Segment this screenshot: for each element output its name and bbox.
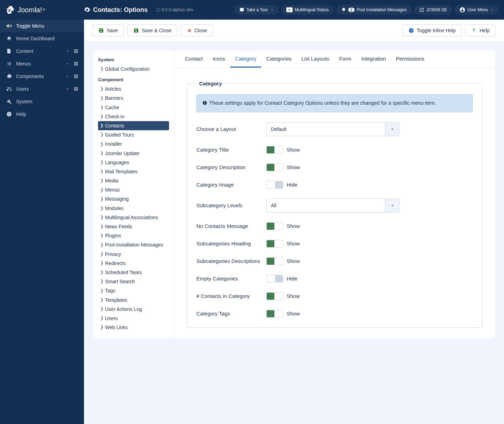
config-link-cache[interactable]: ❯Cache xyxy=(98,103,169,112)
tab-category[interactable]: Category xyxy=(230,51,261,68)
chevron-right-icon: ❯ xyxy=(100,141,104,147)
config-link-installer[interactable]: ❯Installer xyxy=(98,139,169,148)
field-label: Subcategories Descriptions xyxy=(196,258,266,264)
config-link-languages[interactable]: ❯Languages xyxy=(98,158,169,167)
config-link-web-links[interactable]: ❯Web Links xyxy=(98,323,169,332)
config-link-guided-tours[interactable]: ❯Guided Tours xyxy=(98,130,169,139)
chevron-right-icon: ❯ xyxy=(100,196,104,202)
tab-categories[interactable]: Categories xyxy=(261,51,296,68)
chevron-right-icon: ❯ xyxy=(100,270,104,275)
empty-cat-toggle[interactable] xyxy=(266,275,283,283)
config-link-menus[interactable]: ❯Menus xyxy=(98,185,169,194)
top-buttons: Take a Tour A Multilingual Status 2 Post… xyxy=(234,5,498,15)
config-link-media[interactable]: ❯Media xyxy=(98,176,169,185)
config-link-banners[interactable]: ❯Banners xyxy=(98,93,169,103)
tab-permissions[interactable]: Permissions xyxy=(391,51,429,68)
config-link-scheduled-tasks[interactable]: ❯Scheduled Tasks xyxy=(98,268,169,277)
config-link-joomla-update[interactable]: ❯Joomla! Update xyxy=(98,149,169,158)
tab-icons[interactable]: Icons xyxy=(208,51,230,68)
joomla-small-icon xyxy=(156,8,160,12)
sidebar-item-users[interactable]: Users xyxy=(0,83,84,95)
field-row-cat-image: Category ImageHide xyxy=(196,181,473,189)
chevron-right-icon: ❯ xyxy=(100,206,104,211)
chevron-right-icon xyxy=(66,87,69,91)
config-link-mail-templates[interactable]: ❯Mail Templates xyxy=(98,167,169,176)
config-link-multilingual-associations[interactable]: ❯Multilingual Associations xyxy=(98,213,169,222)
dashboard-icon[interactable] xyxy=(74,86,78,91)
config-link-articles[interactable]: ❯Articles xyxy=(98,84,169,93)
info-icon: i xyxy=(6,111,13,117)
chevron-right-icon: ❯ xyxy=(100,151,104,156)
chevron-right-icon: ❯ xyxy=(100,224,104,229)
dashboard-icon[interactable] xyxy=(74,74,78,79)
field-label: Category Description xyxy=(196,164,266,170)
config-link-privacy[interactable]: ❯Privacy xyxy=(98,250,169,259)
save-icon xyxy=(133,28,139,33)
config-link-contacts[interactable]: ❯Contacts xyxy=(98,121,169,130)
tab-form[interactable]: Form xyxy=(334,51,356,68)
site-link-button[interactable]: JCMS6 DE xyxy=(414,5,452,15)
sidebar-toggle[interactable]: Toggle Menu xyxy=(0,20,84,32)
sidebar-item-system[interactable]: System xyxy=(0,95,84,108)
subcat-levels-select[interactable]: All xyxy=(266,199,399,213)
chevron-right-icon: ❯ xyxy=(100,86,104,92)
subcat-heading-toggle[interactable] xyxy=(266,240,283,248)
field-label: Choose a Layout xyxy=(196,126,266,132)
field-label: Category Image xyxy=(196,182,266,188)
help-button[interactable]: ? Help xyxy=(465,25,496,36)
sidebar-item-home-dashboard[interactable]: Home Dashboard xyxy=(0,32,84,45)
cat-tags-toggle[interactable] xyxy=(266,310,283,318)
field-row-subcat-heading: Subcategories HeadingShow xyxy=(196,240,473,248)
close-button[interactable]: Close xyxy=(181,25,213,36)
config-link-modules[interactable]: ❯Modules xyxy=(98,204,169,213)
chevron-right-icon: ❯ xyxy=(100,325,104,330)
config-link-plugins[interactable]: ❯Plugins xyxy=(98,231,169,240)
subcat-desc-toggle[interactable] xyxy=(266,257,283,265)
config-link-post-installation-messages[interactable]: ❯Post-installation Messages xyxy=(98,240,169,249)
toggle-state-label: Show xyxy=(287,311,300,317)
sidebar-item-help[interactable]: iHelp xyxy=(0,108,84,120)
chevron-down-icon xyxy=(385,199,399,212)
contacts-count-toggle[interactable] xyxy=(266,292,283,300)
field-label: No Contacts Message xyxy=(196,223,266,229)
tab-list-layouts[interactable]: List Layouts xyxy=(296,51,334,68)
post-install-button[interactable]: 2 Post Installation Messages xyxy=(336,5,412,15)
svg-text:?: ? xyxy=(410,29,412,32)
save-button[interactable]: Save xyxy=(92,25,124,36)
user-menu-button[interactable]: User Menu xyxy=(455,5,498,15)
config-link-templates[interactable]: ❯Templates xyxy=(98,296,169,305)
config-panel: System ❯Global Configuration Component ❯… xyxy=(93,51,495,338)
multilingual-button[interactable]: A Multilingual Status xyxy=(281,5,334,15)
toggle-inline-help-button[interactable]: ? Toggle Inline Help xyxy=(402,25,462,36)
sidebar-item-components[interactable]: Components xyxy=(0,70,84,83)
config-link-news-feeds[interactable]: ❯News Feeds xyxy=(98,222,169,231)
section-component: Component xyxy=(98,77,169,82)
fieldset-legend: Category xyxy=(196,81,225,86)
sidebar-item-content[interactable]: Content xyxy=(0,45,84,57)
save-close-button[interactable]: Save & Close xyxy=(127,25,177,36)
tab-contact[interactable]: Contact xyxy=(180,51,208,68)
no-contacts-toggle[interactable] xyxy=(266,222,283,230)
sidebar-item-menus[interactable]: Menus xyxy=(0,57,84,70)
dashboard-icon[interactable] xyxy=(74,49,78,54)
take-tour-button[interactable]: Take a Tour xyxy=(234,5,279,15)
tab-integration[interactable]: Integration xyxy=(356,51,391,68)
config-link-messaging[interactable]: ❯Messaging xyxy=(98,194,169,203)
cat-title-toggle[interactable] xyxy=(266,146,283,154)
field-label: Empty Categories xyxy=(196,276,266,281)
config-link-check-in[interactable]: ❯Check-in xyxy=(98,112,169,121)
dashboard-icon[interactable] xyxy=(74,61,78,66)
field-row-empty-cat: Empty CategoriesHide xyxy=(196,275,473,283)
brand-logo[interactable]: Joomla!® xyxy=(6,5,84,14)
question-icon: ? xyxy=(408,28,414,33)
config-link-global-configuration[interactable]: ❯Global Configuration xyxy=(98,64,169,74)
config-sidebar: System ❯Global Configuration Component ❯… xyxy=(93,51,174,338)
cat-image-toggle[interactable] xyxy=(266,181,283,189)
cat-desc-toggle[interactable] xyxy=(266,164,283,171)
config-link-users[interactable]: ❯Users xyxy=(98,314,169,323)
choose-layout-select[interactable]: Default xyxy=(266,122,399,136)
config-link-user-actions-log[interactable]: ❯User Actions Log xyxy=(98,305,169,314)
config-link-redirects[interactable]: ❯Redirects xyxy=(98,259,169,268)
config-link-tags[interactable]: ❯Tags xyxy=(98,286,169,295)
config-link-smart-search[interactable]: ❯Smart Search xyxy=(98,277,169,286)
